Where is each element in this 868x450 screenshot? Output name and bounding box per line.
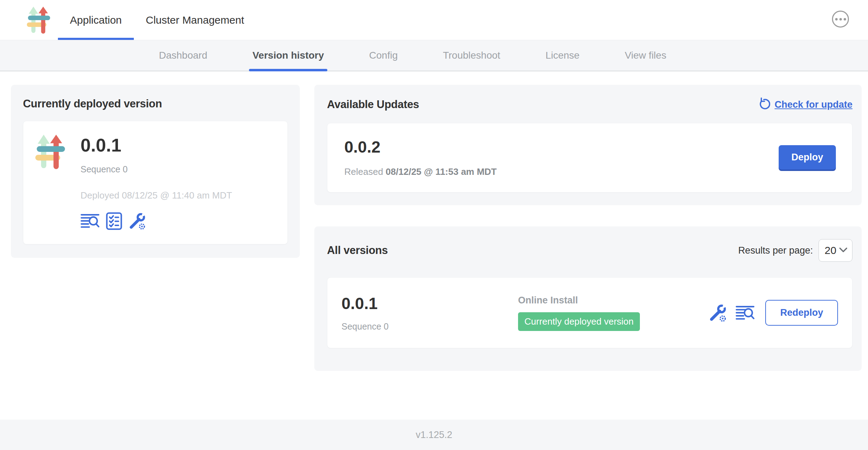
results-per-page-value: 20: [825, 244, 836, 256]
app-header: Application Cluster Management: [0, 0, 868, 40]
all-versions-title: All versions: [327, 244, 388, 257]
row-version-info: 0.0.1 Sequence 0: [341, 294, 518, 332]
results-per-page: Results per page: 20: [738, 239, 852, 262]
deployed-sequence: Sequence 0: [81, 164, 232, 174]
row-install-info: Online Install Currently deployed versio…: [518, 295, 709, 331]
currently-deployed-badge: Currently deployed version: [518, 312, 640, 331]
tab-application[interactable]: Application: [58, 0, 134, 40]
deployed-timestamp: Deployed 08/12/25 @ 11:40 am MDT: [81, 190, 232, 201]
app-subnav: Dashboard Version history Config Trouble…: [0, 40, 868, 71]
row-sequence: Sequence 0: [341, 321, 518, 332]
subnav-tab-troubleshoot[interactable]: Troubleshoot: [443, 40, 500, 71]
install-type-label: Online Install: [518, 295, 709, 306]
tab-application-label: Application: [70, 14, 122, 26]
subnav-tab-view-files[interactable]: View files: [625, 40, 666, 71]
subnav-tab-version-history[interactable]: Version history: [252, 40, 324, 71]
update-row: 0.0.2 Released 08/12/25 @ 11:53 am MDT D…: [327, 123, 852, 193]
header-tabs: Application Cluster Management: [58, 0, 256, 40]
deployed-version-number: 0.0.1: [81, 135, 232, 156]
version-row: 0.0.1 Sequence 0 Online Install Currentl…: [327, 277, 852, 348]
available-updates-title: Available Updates: [327, 98, 419, 111]
app-footer: v1.125.2: [0, 420, 868, 450]
subnav-tab-dashboard[interactable]: Dashboard: [159, 40, 207, 71]
right-column: Available Updates Check for update: [314, 85, 862, 371]
deployed-actions: [81, 212, 232, 230]
currently-deployed-card: 0.0.1 Sequence 0 Deployed 08/12/25 @ 11:…: [23, 121, 288, 244]
check-for-update-label: Check for update: [774, 99, 852, 110]
overflow-menu-button[interactable]: [832, 11, 849, 28]
row-actions: Redeploy: [709, 300, 838, 326]
version-history-content: Currently deployed version 0.0.1 Sequenc…: [0, 71, 868, 420]
refresh-icon: [757, 97, 770, 112]
currently-deployed-section: Currently deployed version 0.0.1 Sequenc…: [11, 85, 300, 258]
ellipsis-icon: [835, 18, 838, 20]
redeploy-button[interactable]: Redeploy: [765, 300, 838, 326]
update-released-timestamp: Released 08/12/25 @ 11:53 am MDT: [344, 166, 497, 177]
update-info: 0.0.2 Released 08/12/25 @ 11:53 am MDT: [344, 137, 497, 177]
check-for-update-link[interactable]: Check for update: [757, 97, 852, 112]
all-versions-section: All versions Results per page: 20: [314, 226, 862, 371]
tab-cluster-management-label: Cluster Management: [146, 14, 244, 26]
app-logo-icon: [27, 0, 50, 40]
edit-config-icon[interactable]: [129, 212, 146, 230]
chevron-down-icon: [839, 247, 847, 254]
app-logo-icon: [35, 135, 65, 230]
results-per-page-select[interactable]: 20: [819, 239, 852, 262]
deploy-logs-icon[interactable]: [81, 213, 100, 229]
update-version-number: 0.0.2: [344, 137, 497, 156]
row-version-number: 0.0.1: [341, 294, 518, 313]
preflight-checks-icon[interactable]: [106, 212, 122, 230]
deployed-version-info: 0.0.1 Sequence 0 Deployed 08/12/25 @ 11:…: [81, 135, 232, 230]
subnav-tab-license[interactable]: License: [546, 40, 580, 71]
tab-cluster-management[interactable]: Cluster Management: [134, 0, 256, 40]
currently-deployed-title: Currently deployed version: [23, 97, 288, 110]
admin-console-page: Application Cluster Management Dashboard…: [0, 0, 868, 450]
deploy-button[interactable]: Deploy: [779, 145, 836, 170]
edit-config-icon[interactable]: [709, 304, 727, 322]
deploy-logs-icon[interactable]: [736, 305, 755, 321]
available-updates-section: Available Updates Check for update: [314, 85, 862, 205]
results-per-page-label: Results per page:: [738, 245, 813, 256]
console-version: v1.125.2: [416, 430, 452, 440]
subnav-tab-config[interactable]: Config: [369, 40, 398, 71]
